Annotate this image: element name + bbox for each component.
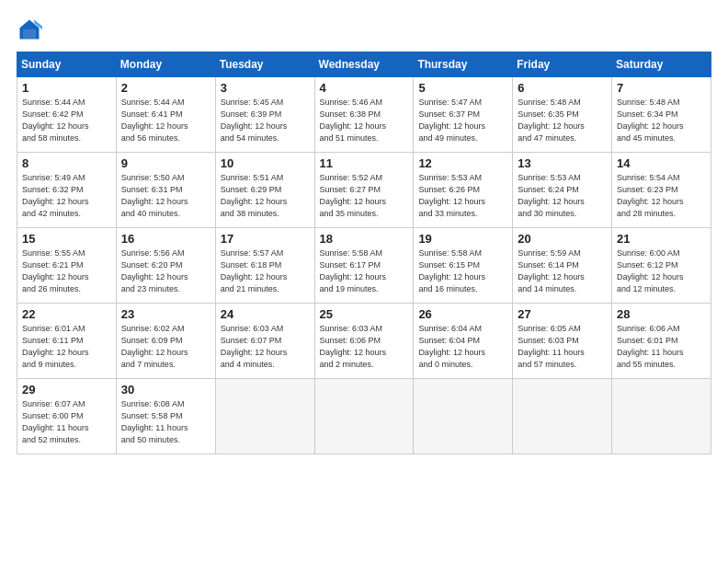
day-info: Sunrise: 6:07 AM Sunset: 6:00 PM Dayligh… [22, 398, 111, 446]
calendar-day-4: 4Sunrise: 5:46 AM Sunset: 6:38 PM Daylig… [314, 77, 414, 153]
day-number: 26 [418, 307, 507, 321]
calendar-day-9: 9Sunrise: 5:50 AM Sunset: 6:31 PM Daylig… [116, 153, 215, 228]
day-number: 7 [617, 81, 706, 95]
day-info: Sunrise: 6:08 AM Sunset: 5:58 PM Dayligh… [121, 398, 210, 446]
calendar-table: SundayMondayTuesdayWednesdayThursdayFrid… [17, 52, 711, 454]
day-number: 11 [320, 156, 409, 170]
calendar-week-5: 29Sunrise: 6:07 AM Sunset: 6:00 PM Dayli… [17, 379, 711, 454]
day-info: Sunrise: 5:46 AM Sunset: 6:38 PM Dayligh… [320, 97, 409, 144]
day-number: 1 [22, 81, 111, 95]
day-number: 12 [418, 156, 507, 170]
calendar-day-29: 29Sunrise: 6:07 AM Sunset: 6:00 PM Dayli… [17, 379, 117, 454]
day-number: 8 [22, 156, 111, 170]
day-info: Sunrise: 6:03 AM Sunset: 6:06 PM Dayligh… [320, 323, 409, 371]
day-info: Sunrise: 5:44 AM Sunset: 6:42 PM Dayligh… [22, 97, 111, 144]
day-info: Sunrise: 5:56 AM Sunset: 6:20 PM Dayligh… [121, 247, 210, 295]
calendar-empty-cell [414, 379, 513, 454]
calendar-empty-cell [314, 379, 414, 454]
day-number: 15 [22, 232, 111, 246]
day-info: Sunrise: 5:50 AM Sunset: 6:31 PM Dayligh… [121, 172, 210, 220]
day-number: 28 [617, 307, 706, 321]
header [17, 17, 711, 42]
calendar-day-1: 1Sunrise: 5:44 AM Sunset: 6:42 PM Daylig… [17, 77, 117, 153]
day-info: Sunrise: 5:55 AM Sunset: 6:21 PM Dayligh… [22, 247, 111, 295]
day-info: Sunrise: 5:47 AM Sunset: 6:37 PM Dayligh… [418, 97, 507, 144]
calendar-day-21: 21Sunrise: 6:00 AM Sunset: 6:12 PM Dayli… [612, 228, 711, 304]
day-info: Sunrise: 6:02 AM Sunset: 6:09 PM Dayligh… [121, 323, 210, 371]
day-info: Sunrise: 6:06 AM Sunset: 6:01 PM Dayligh… [617, 323, 706, 371]
calendar-day-12: 12Sunrise: 5:53 AM Sunset: 6:26 PM Dayli… [414, 153, 513, 228]
calendar-empty-cell [612, 379, 711, 454]
day-info: Sunrise: 5:48 AM Sunset: 6:34 PM Dayligh… [617, 97, 706, 144]
day-info: Sunrise: 5:57 AM Sunset: 6:18 PM Dayligh… [221, 247, 310, 295]
day-info: Sunrise: 5:52 AM Sunset: 6:27 PM Dayligh… [320, 172, 409, 220]
day-info: Sunrise: 6:01 AM Sunset: 6:11 PM Dayligh… [22, 323, 111, 371]
logo-icon [17, 17, 42, 42]
calendar-day-14: 14Sunrise: 5:54 AM Sunset: 6:23 PM Dayli… [612, 153, 711, 228]
calendar-day-8: 8Sunrise: 5:49 AM Sunset: 6:32 PM Daylig… [17, 153, 117, 228]
calendar-header-monday: Monday [116, 52, 215, 77]
calendar-header-tuesday: Tuesday [215, 52, 314, 77]
calendar-day-17: 17Sunrise: 5:57 AM Sunset: 6:18 PM Dayli… [215, 228, 314, 304]
day-info: Sunrise: 6:04 AM Sunset: 6:04 PM Dayligh… [418, 323, 507, 371]
day-number: 4 [320, 81, 409, 95]
day-number: 30 [121, 383, 210, 396]
day-info: Sunrise: 5:59 AM Sunset: 6:14 PM Dayligh… [518, 247, 607, 295]
calendar-header-sunday: Sunday [17, 52, 117, 77]
calendar-day-22: 22Sunrise: 6:01 AM Sunset: 6:11 PM Dayli… [17, 304, 117, 379]
day-number: 3 [221, 81, 310, 95]
calendar-day-3: 3Sunrise: 5:45 AM Sunset: 6:39 PM Daylig… [215, 77, 314, 153]
day-number: 14 [617, 156, 706, 170]
calendar-week-1: 1Sunrise: 5:44 AM Sunset: 6:42 PM Daylig… [17, 77, 711, 153]
calendar-day-16: 16Sunrise: 5:56 AM Sunset: 6:20 PM Dayli… [116, 228, 215, 304]
day-number: 9 [121, 156, 210, 170]
day-number: 16 [121, 232, 210, 246]
calendar-day-25: 25Sunrise: 6:03 AM Sunset: 6:06 PM Dayli… [314, 304, 414, 379]
calendar-day-10: 10Sunrise: 5:51 AM Sunset: 6:29 PM Dayli… [215, 153, 314, 228]
calendar-week-4: 22Sunrise: 6:01 AM Sunset: 6:11 PM Dayli… [17, 304, 711, 379]
calendar-day-7: 7Sunrise: 5:48 AM Sunset: 6:34 PM Daylig… [612, 77, 711, 153]
day-info: Sunrise: 5:44 AM Sunset: 6:41 PM Dayligh… [121, 97, 210, 144]
calendar-day-11: 11Sunrise: 5:52 AM Sunset: 6:27 PM Dayli… [314, 153, 414, 228]
day-info: Sunrise: 5:54 AM Sunset: 6:23 PM Dayligh… [617, 172, 706, 220]
day-info: Sunrise: 5:45 AM Sunset: 6:39 PM Dayligh… [221, 97, 310, 144]
day-number: 18 [320, 232, 409, 246]
calendar-day-18: 18Sunrise: 5:58 AM Sunset: 6:17 PM Dayli… [314, 228, 414, 304]
calendar-day-26: 26Sunrise: 6:04 AM Sunset: 6:04 PM Dayli… [414, 304, 513, 379]
calendar-day-5: 5Sunrise: 5:47 AM Sunset: 6:37 PM Daylig… [414, 77, 513, 153]
calendar-empty-cell [215, 379, 314, 454]
day-number: 24 [221, 307, 310, 321]
day-number: 19 [418, 232, 507, 246]
day-info: Sunrise: 5:58 AM Sunset: 6:15 PM Dayligh… [418, 247, 507, 295]
day-number: 10 [221, 156, 310, 170]
calendar-header-thursday: Thursday [414, 52, 513, 77]
day-info: Sunrise: 6:05 AM Sunset: 6:03 PM Dayligh… [518, 323, 607, 371]
day-number: 27 [518, 307, 607, 321]
day-info: Sunrise: 5:48 AM Sunset: 6:35 PM Dayligh… [518, 97, 607, 144]
day-info: Sunrise: 5:53 AM Sunset: 6:24 PM Dayligh… [518, 172, 607, 220]
calendar-day-24: 24Sunrise: 6:03 AM Sunset: 6:07 PM Dayli… [215, 304, 314, 379]
calendar-day-20: 20Sunrise: 5:59 AM Sunset: 6:14 PM Dayli… [513, 228, 612, 304]
day-number: 2 [121, 81, 210, 95]
day-info: Sunrise: 5:53 AM Sunset: 6:26 PM Dayligh… [418, 172, 507, 220]
calendar-week-2: 8Sunrise: 5:49 AM Sunset: 6:32 PM Daylig… [17, 153, 711, 228]
logo [17, 17, 46, 42]
day-info: Sunrise: 6:03 AM Sunset: 6:07 PM Dayligh… [221, 323, 310, 371]
day-number: 29 [22, 383, 111, 396]
calendar-day-2: 2Sunrise: 5:44 AM Sunset: 6:41 PM Daylig… [116, 77, 215, 153]
calendar-day-13: 13Sunrise: 5:53 AM Sunset: 6:24 PM Dayli… [513, 153, 612, 228]
page-container: SundayMondayTuesdayWednesdayThursdayFrid… [0, 0, 728, 464]
calendar-week-3: 15Sunrise: 5:55 AM Sunset: 6:21 PM Dayli… [17, 228, 711, 304]
svg-rect-2 [23, 29, 36, 40]
calendar-header-friday: Friday [513, 52, 612, 77]
calendar-header-row: SundayMondayTuesdayWednesdayThursdayFrid… [17, 52, 711, 77]
day-info: Sunrise: 5:58 AM Sunset: 6:17 PM Dayligh… [320, 247, 409, 295]
day-number: 21 [617, 232, 706, 246]
calendar-day-23: 23Sunrise: 6:02 AM Sunset: 6:09 PM Dayli… [116, 304, 215, 379]
day-number: 25 [320, 307, 409, 321]
day-number: 5 [418, 81, 507, 95]
day-number: 17 [221, 232, 310, 246]
calendar-header-wednesday: Wednesday [314, 52, 414, 77]
calendar-day-28: 28Sunrise: 6:06 AM Sunset: 6:01 PM Dayli… [612, 304, 711, 379]
calendar-day-15: 15Sunrise: 5:55 AM Sunset: 6:21 PM Dayli… [17, 228, 117, 304]
